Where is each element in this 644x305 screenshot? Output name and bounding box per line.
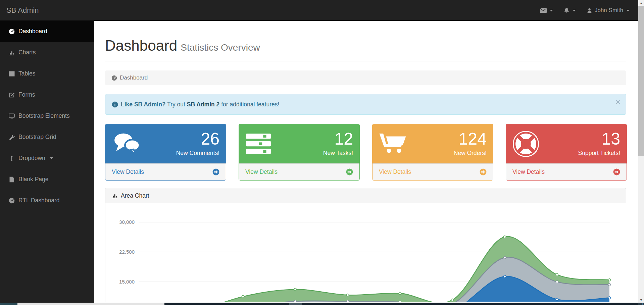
horizontal-scrollbar-corner-left	[0, 303, 17, 305]
area-chart-title: Area Chart	[121, 192, 149, 199]
bell-icon	[564, 8, 569, 13]
area-chart-svg: 30,00022,50015,000	[105, 203, 626, 302]
stat-label: New Orders!	[419, 149, 487, 157]
arrow-circle-right-icon	[346, 168, 353, 175]
comments-icon	[112, 132, 143, 156]
tachometer-icon	[9, 198, 15, 204]
svg-text:30,000: 30,000	[119, 219, 135, 225]
breadcrumb: Dashboard	[105, 70, 626, 85]
vertical-scrollbar[interactable]: ▲ ▼	[638, 0, 644, 303]
view-details-link[interactable]: View Details	[239, 163, 359, 180]
main-content: DashboardStatistics Overview Dashboard L…	[94, 21, 638, 303]
stat-value: 13	[553, 130, 620, 148]
caret-down-icon	[50, 157, 53, 159]
arrow-circle-right-icon	[212, 168, 219, 175]
sidebar-item-bootstrap-elements[interactable]: Bootstrap Elements	[0, 105, 94, 126]
alert-bold-text: Like SB Admin?	[121, 101, 166, 108]
user-dropdown[interactable]: John Smith	[581, 0, 635, 21]
info-circle-icon	[112, 101, 118, 108]
stat-panel-orders: 124 New Orders! View Details	[372, 124, 493, 181]
horizontal-scrollbar[interactable]	[0, 303, 644, 305]
bar-chart-icon	[112, 193, 118, 199]
stat-panel-support: 13 Support Tickets! View Details	[506, 124, 627, 181]
bar-chart-icon	[9, 50, 15, 56]
stat-panel-comments: 26 New Comments! View Details	[105, 124, 226, 181]
stat-value: 124	[419, 130, 487, 148]
user-icon	[587, 8, 592, 13]
alerts-dropdown[interactable]	[558, 0, 581, 21]
view-details-link[interactable]: View Details	[105, 163, 226, 180]
alert-close-button[interactable]: ×	[615, 98, 621, 106]
horizontal-scrollbar-thumb[interactable]	[17, 303, 164, 305]
sidebar-item-dashboard[interactable]: Dashboard	[0, 21, 94, 42]
view-details-link[interactable]: View Details	[506, 163, 627, 180]
sidebar-item-rtl-dashboard[interactable]: RTL Dashboard	[0, 190, 94, 211]
page-subtitle: Statistics Overview	[181, 42, 260, 53]
desktop-icon	[9, 113, 15, 119]
navbar-right: John Smith	[535, 0, 635, 21]
sidebar-item-dropdown[interactable]: Dropdown	[0, 148, 94, 169]
arrow-circle-right-icon	[613, 168, 620, 175]
user-name: John Smith	[595, 7, 623, 14]
area-chart-body: 30,00022,50015,000	[105, 203, 626, 302]
sidebar-item-tables[interactable]: Tables	[0, 63, 94, 84]
sidebar-item-charts[interactable]: Charts	[0, 42, 94, 63]
table-icon	[9, 71, 15, 77]
tachometer-icon	[9, 29, 15, 35]
page-title: Dashboard	[105, 37, 177, 54]
messages-dropdown[interactable]	[535, 0, 558, 21]
top-navbar: SB Admin John Smith	[0, 0, 638, 21]
scrollbar-corner-accent	[642, 303, 643, 305]
arrow-circle-right-icon	[480, 168, 487, 175]
svg-text:22,500: 22,500	[119, 249, 135, 255]
breadcrumb-item-active: Dashboard	[120, 74, 148, 81]
edit-icon	[9, 92, 15, 98]
envelope-icon	[540, 8, 547, 13]
life-ring-icon	[512, 131, 539, 157]
tachometer-icon	[111, 75, 117, 81]
svg-text:15,000: 15,000	[119, 279, 135, 285]
stat-label: Support Tickets!	[553, 149, 620, 157]
tasks-icon	[245, 133, 272, 155]
sidebar-item-blank-page[interactable]: Blank Page	[0, 169, 94, 190]
sidebar-item-bootstrap-grid[interactable]: Bootstrap Grid	[0, 126, 94, 148]
arrows-vertical-icon	[9, 155, 15, 161]
view-details-link[interactable]: View Details	[373, 163, 493, 180]
sidebar: Dashboard Charts Tables Forms Bootstrap …	[0, 21, 94, 303]
caret-down-icon	[573, 10, 576, 11]
caret-down-icon	[550, 10, 553, 11]
vertical-scrollbar-thumb[interactable]	[638, 6, 644, 156]
sb-admin-2-link[interactable]: SB Admin 2	[187, 101, 220, 108]
sidebar-item-forms[interactable]: Forms	[0, 84, 94, 105]
horizontal-scrollbar-segment	[289, 303, 302, 305]
brand-link[interactable]: SB Admin	[6, 0, 39, 21]
stat-label: New Tasks!	[286, 149, 353, 157]
file-icon	[9, 176, 15, 183]
stat-value: 26	[152, 130, 219, 148]
stat-panel-tasks: 12 New Tasks! View Details	[239, 124, 360, 181]
area-chart-header: Area Chart	[105, 188, 626, 203]
info-alert: Like SB Admin? Try out SB Admin 2 for ad…	[105, 94, 626, 115]
stats-row: 26 New Comments! View Details	[105, 124, 626, 181]
scroll-down-arrow-icon[interactable]: ▼	[638, 297, 644, 303]
scroll-up-arrow-icon[interactable]: ▲	[638, 0, 644, 6]
page-header: DashboardStatistics Overview	[105, 37, 626, 61]
shopping-cart-icon	[379, 133, 407, 155]
stat-value: 12	[286, 130, 353, 148]
caret-down-icon	[626, 10, 630, 11]
area-chart-panel: Area Chart 30,00022,50015,000	[105, 188, 626, 302]
wrench-icon	[9, 134, 15, 140]
stat-label: New Comments!	[152, 149, 219, 157]
